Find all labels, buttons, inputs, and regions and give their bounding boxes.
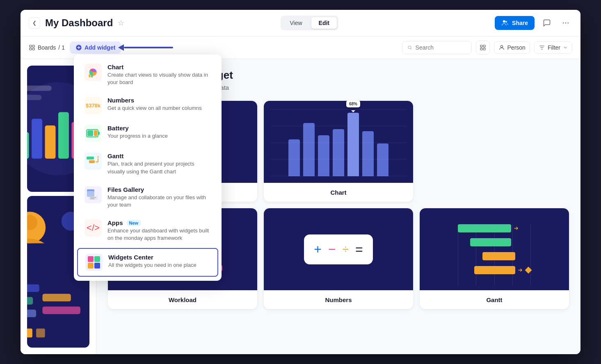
filter-icon: [539, 44, 545, 51]
files-item-title: Files Gallery: [107, 186, 211, 193]
numbers-item-desc: Get a quick view on all number columns: [107, 105, 211, 112]
svg-rect-5: [30, 45, 32, 47]
gantt-preview: [420, 208, 569, 290]
svg-rect-6: [32, 45, 34, 47]
chart-menu-icon: [85, 64, 102, 81]
chart-label: Chart: [264, 183, 413, 202]
add-widget-button[interactable]: Add widget: [70, 41, 121, 54]
chart-widget-card[interactable]: 68% Chart: [264, 101, 413, 202]
view-button[interactable]: View: [282, 17, 309, 29]
svg-rect-16: [483, 48, 485, 50]
boards-icon: [29, 44, 35, 51]
toolbar-left: Boards / 1 Add widget: [29, 41, 121, 54]
share-users-icon: [501, 19, 509, 27]
header-right: Share: [495, 16, 572, 30]
svg-rect-15: [480, 48, 482, 50]
svg-rect-56: [42, 307, 80, 314]
dropdown-item-chart[interactable]: Chart Create chart views to visually sho…: [77, 59, 218, 91]
edit-button[interactable]: Edit: [311, 17, 337, 29]
apps-title-text: Apps: [107, 219, 123, 226]
svg-rect-37: [94, 256, 100, 262]
chart-item-text: Chart Create chart views to visually sho…: [107, 64, 211, 86]
widgets-item-desc: All the widgets you need in one place: [108, 262, 210, 269]
dropdown-item-numbers[interactable]: $378k Numbers Get a quick view on all nu…: [77, 92, 218, 119]
svg-rect-54: [42, 294, 71, 301]
svg-rect-55: [27, 297, 33, 305]
dropdown-item-apps[interactable]: </> Apps New Enhance your dashboard with…: [77, 214, 218, 247]
apps-item-desc: Enhance your dashboard with widgets buil…: [107, 227, 211, 242]
view-edit-toggle: View Edit: [281, 16, 338, 30]
gantt-item-title: Gantt: [107, 152, 211, 159]
grid-view-button[interactable]: [476, 41, 490, 55]
grid-icon: [480, 44, 486, 51]
battery-item-title: Battery: [107, 125, 211, 132]
collapse-button[interactable]: ❮: [29, 17, 40, 29]
share-label: Share: [512, 20, 528, 26]
svg-rect-57: [27, 310, 36, 317]
person-icon: [498, 44, 505, 51]
numbers-item-text: Numbers Get a quick view on all number c…: [107, 97, 211, 112]
chart-item-title: Chart: [107, 64, 211, 71]
gantt-menu-icon: [85, 152, 102, 170]
svg-rect-26: [87, 130, 93, 136]
search-box[interactable]: [402, 41, 472, 54]
chat-button[interactable]: [540, 16, 553, 30]
filter-button[interactable]: Filter: [534, 41, 572, 54]
boards-count: / 1: [58, 44, 65, 51]
svg-rect-13: [480, 45, 482, 47]
apps-menu-icon: </>: [85, 219, 102, 237]
svg-rect-53: [27, 284, 39, 292]
svg-rect-25: [98, 132, 100, 135]
add-widget-dropdown: Chart Create chart views to visually sho…: [74, 55, 222, 281]
battery-menu-icon: [85, 125, 102, 142]
svg-point-3: [565, 23, 567, 24]
svg-rect-23: [91, 73, 93, 77]
svg-point-2: [563, 23, 564, 24]
workload-label: Workload: [108, 290, 257, 309]
svg-rect-29: [89, 160, 95, 163]
more-button[interactable]: [559, 16, 572, 30]
svg-rect-8: [32, 48, 34, 50]
gantt-arrow-2: [518, 267, 523, 273]
toolbar-right: Person Filter: [402, 41, 572, 55]
bar-7: [377, 143, 388, 176]
person-filter-button[interactable]: Person: [494, 41, 530, 54]
svg-marker-30: [97, 156, 99, 157]
filter-label: Filter: [548, 44, 560, 51]
svg-rect-42: [27, 95, 41, 100]
svg-rect-41: [27, 86, 52, 91]
dropdown-item-gantt[interactable]: Gantt Plan, track and present your proje…: [77, 148, 218, 180]
svg-rect-14: [483, 45, 485, 47]
chevron-down-icon: [563, 45, 568, 50]
star-icon[interactable]: ☆: [118, 18, 124, 27]
chart-item-desc: Create chart views to visually show data…: [107, 71, 211, 86]
toolbar: Boards / 1 Add widget: [21, 36, 580, 59]
share-button[interactable]: Share: [495, 16, 535, 30]
plus-circle-icon: [75, 44, 82, 51]
search-input[interactable]: [416, 44, 466, 51]
bar-1: [288, 139, 300, 176]
numbers-widget-card[interactable]: + − ÷ = Numbers: [264, 208, 413, 309]
chart-preview: 68%: [264, 101, 413, 183]
person-label: Person: [507, 44, 526, 51]
widgets-item-text: Widgets Center All the widgets you need …: [108, 254, 210, 269]
boards-breadcrumb[interactable]: Boards / 1: [29, 44, 65, 51]
svg-rect-38: [88, 263, 94, 268]
svg-point-1: [505, 21, 507, 23]
gantt-item-desc: Plan, track and present your projects vi…: [107, 160, 211, 175]
widgets-menu-icon: [85, 254, 103, 271]
dropdown-item-battery[interactable]: Battery Your progress in a glance: [77, 120, 218, 147]
dropdown-item-widgets[interactable]: Widgets Center All the widgets you need …: [77, 248, 218, 277]
bar-2: [303, 123, 315, 176]
gantt-widget-card[interactable]: Gantt: [420, 208, 569, 309]
numbers-label: Numbers: [264, 290, 413, 309]
bar-3: [318, 135, 329, 176]
more-icon: [562, 19, 570, 27]
svg-rect-28: [87, 157, 94, 159]
svg-rect-46: [58, 112, 69, 159]
svg-rect-43: [27, 132, 29, 159]
svg-rect-59: [36, 329, 45, 338]
numbers-preview: + − ÷ =: [264, 208, 413, 290]
dropdown-item-files[interactable]: Files Gallery Manage and collaborate on …: [77, 181, 218, 214]
bar-6: [362, 131, 374, 176]
